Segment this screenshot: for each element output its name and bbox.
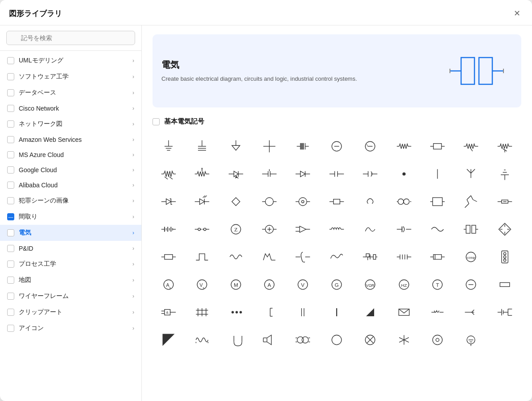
sidebar-checkbox-database[interactable] xyxy=(7,89,14,96)
sym-tmeter[interactable]: T xyxy=(421,271,454,298)
sym-arc2[interactable] xyxy=(421,216,454,243)
sidebar-item-aws[interactable]: Amazon Web Services› xyxy=(0,132,141,147)
sym-ground2[interactable] xyxy=(186,133,218,160)
sidebar-checkbox-clipart[interactable] xyxy=(7,309,14,316)
sym-ushape[interactable] xyxy=(220,327,252,353)
sym-cosq[interactable]: cosφ xyxy=(455,244,487,270)
sidebar-item-azure[interactable]: MS Azure Cloud› xyxy=(0,147,141,162)
sym-minus-circ[interactable] xyxy=(455,271,487,298)
sym-voltmeter[interactable]: Vs xyxy=(186,271,218,298)
sidebar-checkbox-wireframe[interactable] xyxy=(7,293,14,300)
sym-inductor[interactable] xyxy=(321,216,353,243)
sym-xtransformer[interactable] xyxy=(287,327,319,353)
sym-ampmeter[interactable]: A xyxy=(253,271,285,298)
sym-capacitor-var[interactable] xyxy=(287,133,319,160)
sym-line-v[interactable] xyxy=(421,161,454,187)
sidebar-item-crime[interactable]: 犯罪シーンの画像› xyxy=(0,193,141,209)
sym-dot[interactable] xyxy=(388,161,420,187)
sidebar-item-floor[interactable]: —間取り› xyxy=(0,209,141,225)
sym-ground1[interactable] xyxy=(153,133,185,160)
sym-potentiometer[interactable] xyxy=(186,161,218,187)
sym-diode[interactable] xyxy=(220,161,252,187)
sym-box-sym[interactable] xyxy=(421,188,454,215)
sym-switch3[interactable] xyxy=(388,244,420,270)
sidebar-checkbox-software[interactable] xyxy=(7,73,14,80)
sym-star6[interactable] xyxy=(388,327,420,353)
sym-envelope[interactable] xyxy=(388,299,420,326)
sym-pulse[interactable] xyxy=(186,244,218,270)
sidebar-item-elec[interactable]: 電気› xyxy=(0,225,141,241)
sym-triangle-fill[interactable] xyxy=(354,299,386,326)
sidebar-item-pid[interactable]: P&ID› xyxy=(0,241,141,256)
sidebar-checkbox-uml[interactable] xyxy=(7,57,14,64)
sym-battery2[interactable] xyxy=(153,216,185,243)
sym-sine[interactable] xyxy=(220,244,252,270)
sym-contact[interactable] xyxy=(421,299,454,326)
sym-hzmeter[interactable]: HZ xyxy=(388,271,420,298)
sym-logic-gate[interactable] xyxy=(287,216,319,243)
sidebar-item-wireframe[interactable]: ワイヤーフレーム› xyxy=(0,288,141,304)
sym-bracket[interactable] xyxy=(253,299,285,326)
sym-rect2[interactable] xyxy=(489,271,521,298)
sym-rhombus[interactable] xyxy=(220,188,252,215)
sym-vmeter[interactable]: V xyxy=(287,271,319,298)
sidebar-checkbox-google[interactable] xyxy=(7,166,14,174)
sym-arrow-r[interactable] xyxy=(455,299,487,326)
sym-diag-fill[interactable] xyxy=(153,327,185,353)
sym-mmeter[interactable]: M xyxy=(220,271,252,298)
sidebar-checkbox-crime[interactable] xyxy=(7,197,14,204)
sidebar-item-icon[interactable]: アイコン› xyxy=(0,320,141,336)
sym-and-gate[interactable]: & xyxy=(153,299,185,326)
sidebar-item-google[interactable]: Google Cloud› xyxy=(0,162,141,178)
sym-capacitor2[interactable] xyxy=(321,161,353,187)
sym-box2[interactable] xyxy=(153,244,185,270)
sidebar-checkbox-elec[interactable] xyxy=(7,229,14,236)
search-input[interactable] xyxy=(6,31,135,45)
sym-speaker[interactable] xyxy=(253,327,285,353)
sym-elcap2[interactable] xyxy=(388,216,420,243)
sym-arc[interactable] xyxy=(354,216,386,243)
sym-integral[interactable] xyxy=(287,244,319,270)
sym-dots2[interactable] xyxy=(220,299,252,326)
sidebar-checkbox-azure[interactable] xyxy=(7,151,14,158)
sidebar-item-clipart[interactable]: クリップアート› xyxy=(0,304,141,320)
sym-varmeter[interactable]: VΩR xyxy=(354,271,386,298)
sidebar-item-network[interactable]: ネットワーク図› xyxy=(0,116,141,132)
sym-circle[interactable] xyxy=(321,133,353,160)
sidebar-checkbox-pid[interactable] xyxy=(7,245,14,252)
sym-vertline[interactable] xyxy=(321,299,353,326)
sym-wave2[interactable] xyxy=(186,327,218,353)
sidebar-checkbox-icon[interactable] xyxy=(7,325,14,332)
sym-traffic-light[interactable] xyxy=(489,244,521,270)
sym-led[interactable] xyxy=(186,188,218,215)
sidebar-item-software[interactable]: ソフトウェア工学› xyxy=(0,69,141,85)
sidebar-item-alibaba[interactable]: Alibaba Cloud› xyxy=(0,178,141,193)
sym-transform[interactable] xyxy=(388,188,420,215)
sym-crosscircle[interactable] xyxy=(354,327,386,353)
sym-multiswitch[interactable] xyxy=(186,299,218,326)
sym-acwave[interactable] xyxy=(321,244,353,270)
sym-motor[interactable] xyxy=(287,188,319,215)
sym-zener[interactable] xyxy=(153,188,185,215)
sidebar-checkbox-map[interactable] xyxy=(7,277,14,284)
sym-switch2[interactable] xyxy=(186,216,218,243)
sym-nmos[interactable] xyxy=(489,299,521,326)
sidebar-item-map[interactable]: 地図› xyxy=(0,272,141,288)
sidebar-checkbox-alibaba[interactable] xyxy=(7,182,14,189)
sym-capacitor[interactable] xyxy=(253,161,285,187)
sym-varistor[interactable] xyxy=(153,161,185,187)
sym-filter[interactable] xyxy=(354,244,386,270)
sym-rect-comp[interactable] xyxy=(421,133,454,160)
sym-antenna2[interactable] xyxy=(489,161,521,187)
sidebar-checkbox-aws[interactable] xyxy=(7,136,14,143)
sym-ammeter[interactable]: As xyxy=(153,271,185,298)
sym-battery-sym[interactable] xyxy=(321,188,353,215)
sym-circle4[interactable] xyxy=(421,327,454,353)
sym-switch1[interactable] xyxy=(489,188,521,215)
sym-relay2[interactable] xyxy=(455,216,487,243)
sym-relay[interactable] xyxy=(354,188,386,215)
sidebar-checkbox-process[interactable] xyxy=(7,260,14,268)
sym-circle3[interactable] xyxy=(321,327,353,353)
sidebar-checkbox-network[interactable] xyxy=(7,120,14,128)
sym-mwave[interactable] xyxy=(253,244,285,270)
